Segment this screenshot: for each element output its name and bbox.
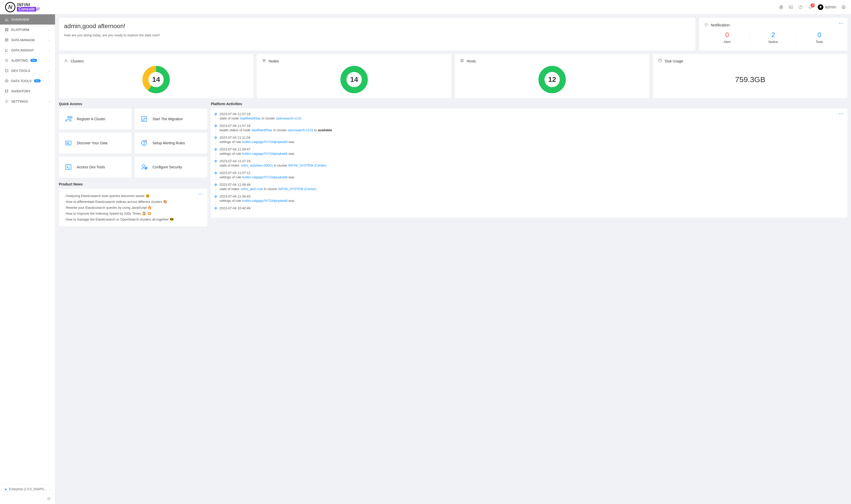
sidebar-item-dev-tools[interactable]: DEV TOOLS⌄ [0, 66, 55, 76]
timeline-dot-icon [215, 207, 217, 209]
logo-line1: INFINI [17, 3, 39, 7]
language-icon[interactable] [841, 5, 846, 10]
activity-link[interactable]: builtin-calgapp7h710dpnpbeb6 [242, 175, 288, 179]
notif-stat-notice[interactable]: 2Notice [750, 29, 796, 46]
quick-access-configure-security[interactable]: Configure Security [134, 157, 207, 178]
sidebar-label: DATA MANAGE [11, 38, 35, 42]
globe-disabled-icon[interactable] [779, 5, 783, 10]
sidebar-item-data-tools[interactable]: DATA TOOLSPro⌄ [0, 76, 55, 86]
news-item[interactable]: · How to manage the Elasticsearch or Ope… [64, 216, 202, 222]
activity-link[interactable]: builtin-calgapp7h710dpnpbeb6 [242, 140, 288, 144]
activity-item: 2023-07-04 11:07:12settings of rule buil… [219, 171, 842, 183]
quick-access-setup-alerting-rules[interactable]: Setup Alerting Rules [134, 132, 207, 154]
activity-time: 2023-07-04 11:06:49 [219, 183, 842, 186]
activity-link[interactable]: builtin-calgapp7h710dpnpbeb6 [242, 199, 288, 203]
hosts-donut: 12 [538, 66, 566, 94]
diamond-icon: ◈ [5, 487, 7, 491]
hosts-title: Hosts [467, 59, 476, 63]
product-news-card: ··· · Analyzing Elasticsearch slow queri… [59, 189, 207, 227]
sidebar-icon [5, 79, 9, 83]
activity-link[interactable]: builtin-calgapp7h710dpnpbeb6 [242, 152, 288, 156]
notification-more-icon[interactable]: ··· [839, 21, 844, 25]
activity-link[interactable]: opensearch-v131 [276, 116, 302, 120]
clusters-card: Clusters 14 [59, 54, 253, 98]
sidebar-item-data-insight[interactable]: DATA INSIGHT⌄ [0, 45, 55, 55]
user-menu[interactable]: admin [818, 4, 836, 10]
activity-link[interactable]: .infini_activities-00001 [240, 163, 273, 167]
quick-access-label: Start The Migration [152, 117, 183, 121]
svg-point-52 [145, 140, 147, 142]
picture-icon[interactable] [789, 5, 793, 10]
svg-point-20 [7, 90, 8, 91]
notif-stat-todo[interactable]: 0Todo [796, 29, 842, 46]
activity-time: 2023-07-04 11:07:19 [219, 159, 842, 163]
notif-stat-alert[interactable]: 0Alert [704, 29, 750, 46]
activities-card: ··· 2023-07-04 11:57:19state of node 3aa… [211, 108, 847, 218]
quick-access-icon [140, 139, 148, 147]
activity-item: 2023-07-04 11:06:43settings of rule buil… [219, 195, 842, 206]
svg-point-28 [66, 59, 67, 60]
sidebar-icon [5, 28, 9, 32]
quick-access-access-dev-tools[interactable]: Access Dev Tools [59, 157, 131, 178]
collapse-sidebar-button[interactable] [47, 496, 51, 502]
sidebar-item-inventory[interactable]: INVENTORY [0, 86, 55, 96]
timeline-dot-icon [215, 137, 217, 139]
chevron-right-icon: › [50, 488, 50, 491]
svg-rect-9 [5, 30, 6, 31]
sidebar-item-data-manage[interactable]: DATA MANAGE⌄ [0, 35, 55, 45]
quick-access-title: Quick Access [59, 102, 207, 106]
bell-icon[interactable]: 2 [808, 5, 813, 10]
chevron-down-icon: ⌄ [48, 39, 50, 41]
quick-access-register-a-cluster[interactable]: Register A Cluster [59, 108, 131, 129]
quick-access-label: Discover Your Data [77, 141, 107, 145]
notification-badge: 2 [811, 3, 815, 7]
sidebar-item-settings[interactable]: SETTINGS⌄ [0, 96, 55, 106]
svg-rect-53 [66, 164, 71, 169]
news-item[interactable]: · Rewrite your Elasticsearch queries by … [64, 205, 202, 211]
activity-item: 2023-07-04 11:57:19state of node 3aaf8de… [219, 112, 842, 124]
svg-rect-8 [7, 29, 8, 30]
activity-text: settings of rule builtin-calgapp7h710dpn… [219, 140, 842, 144]
svg-rect-33 [263, 59, 264, 60]
activity-text: state of index .infini_activities-00001 … [219, 163, 842, 167]
activity-link[interactable]: 3aaf8ded55ac [251, 128, 272, 132]
quick-access-discover-your-data[interactable]: Discover Your Data [59, 132, 131, 154]
activity-time: 2023-07-04 11:06:43 [219, 195, 842, 198]
sidebar-label: DATA TOOLS [11, 79, 32, 83]
activities-title: Platform Activities [211, 102, 847, 106]
activity-link[interactable]: opensearch-v131 [288, 128, 313, 132]
help-icon[interactable] [798, 5, 803, 10]
activity-link[interactable]: .infini_alert-rule [240, 187, 263, 191]
nodes-card: Nodes 14 [257, 54, 451, 98]
notification-card: ··· Notification 0Alert2Notice0Todo [699, 18, 847, 50]
activity-time: 2023-07-04 11:57:19 [219, 112, 842, 116]
activity-link[interactable]: INFINI_SYSTEM (Center) [288, 163, 326, 167]
news-more-icon[interactable]: ··· [199, 192, 204, 197]
disk-icon [658, 59, 662, 64]
activity-time: 2023-07-04 11:57:19 [219, 124, 842, 128]
activity-text: health status of node 3aaf8ded55ac in cl… [219, 128, 842, 132]
sidebar-icon [5, 58, 9, 62]
news-item[interactable]: · Analyzing Elasticsearch slow queries b… [64, 193, 202, 199]
logo-line2: Console [17, 7, 36, 12]
activity-link[interactable]: 3aaf8ded55ac [240, 116, 261, 120]
nodes-icon [262, 59, 266, 64]
chevron-down-icon: ⌄ [48, 29, 50, 31]
news-item[interactable]: · How to differentiate Elasticsearch ind… [64, 199, 202, 205]
logo[interactable]: N INFINI Console/// [5, 2, 39, 12]
sidebar-item-alerting[interactable]: ALERTINGPro⌄ [0, 55, 55, 66]
sidebar-item-platform[interactable]: PLATFORM⌄ [0, 24, 55, 35]
timeline-dot-icon [215, 196, 217, 198]
activity-link[interactable]: INFINI_SYSTEM (Center) [278, 187, 316, 191]
activity-text: settings of rule builtin-calgapp7h710dpn… [219, 152, 842, 156]
news-item[interactable]: · How to Improve the Indexing Speed by 2… [64, 211, 202, 216]
svg-rect-35 [264, 61, 265, 62]
quick-access-start-the-migration[interactable]: Start The Migration [134, 108, 207, 129]
sidebar-item-overview[interactable]: OVERVIEW [0, 14, 55, 24]
sidebar-footer-version[interactable]: ◈ Enterprise (1.5.0_SNAPS... › [0, 484, 55, 494]
quick-access-label: Register A Cluster [77, 117, 105, 121]
sidebar-label: OVERVIEW [11, 18, 29, 21]
pro-badge: Pro [34, 79, 41, 83]
svg-point-42 [659, 59, 662, 60]
timeline-dot-icon [215, 113, 217, 115]
